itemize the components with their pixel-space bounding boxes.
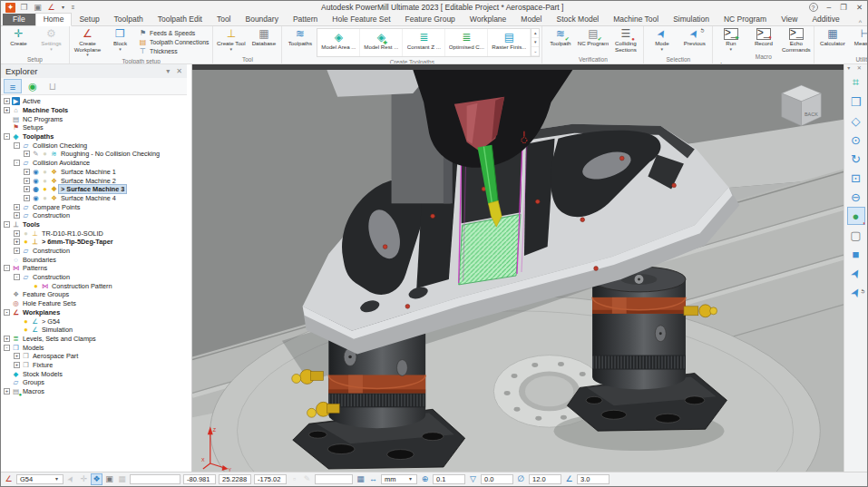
tab-tool[interactable]: Tool [210,14,239,25]
expand-icon[interactable]: + [14,204,20,210]
tab-toolpath[interactable]: Toolpath [107,14,151,25]
ribbon-button-echo-commands[interactable]: >_Echo Commands [780,27,812,53]
tab-simulation[interactable]: Simulation [666,14,717,25]
collapse-icon[interactable]: - [4,221,10,228]
app-logo[interactable]: ✦ [5,3,15,13]
tree-item-setups[interactable]: ⚑Setups [1,123,187,132]
ribbon-button-run[interactable]: >_▶Run▾ [715,27,746,53]
tab-view[interactable]: View [774,14,805,25]
collapse-icon[interactable]: - [4,309,10,316]
explorer-tab-web-icon[interactable]: ◉ [24,79,42,93]
expand-icon[interactable]: + [4,388,10,394]
ribbon-button-mode[interactable]: ➤Mode▾ [646,27,678,55]
tab-home[interactable]: Home [35,13,73,26]
ribbon-button-toolpaths[interactable]: ≋Toolpaths [284,27,316,58]
workplane-selector[interactable]: G54 ▾ [16,474,63,484]
tree-item-patterns[interactable]: -⋈Patterns [1,264,187,273]
coord-z-field[interactable]: -175.02 [254,474,287,484]
tree-item-nc-programs[interactable]: ▤NC Programs [1,114,187,123]
tree-item-fixture[interactable]: +❒Fixture [1,361,187,370]
save-icon[interactable]: ▣ [33,3,43,13]
tree-item-compare-points[interactable]: +▱Compare Points [1,202,187,211]
view-cube[interactable]: BACK [782,85,822,126]
dims-icon[interactable]: ↔ [368,474,378,484]
tree-item-surface-machine-2[interactable]: +◉●❖Surface Machine 2 [1,176,187,185]
collapse-icon[interactable]: - [14,274,20,280]
ribbon-button-measure[interactable]: ⊢Measure [849,27,867,55]
restore-button[interactable]: ❐ [840,3,847,12]
tree-item-levels-sets-and-clamps[interactable]: +≣Levels, Sets and Clamps [1,335,187,344]
collapse-icon[interactable]: - [4,133,10,140]
gallery-item-raster-finis[interactable]: ▤Raster Finis... [488,29,531,56]
expand-icon[interactable]: + [14,248,20,254]
tab-stock-model[interactable]: Stock Model [549,14,606,25]
explorer-tab-tree-view-icon[interactable]: ≡ [4,79,22,93]
help-button[interactable]: ? [809,3,818,12]
tab-toolpath-edit[interactable]: Toolpath Edit [151,14,210,25]
ribbon-button-create-tool[interactable]: ⊥Create Tool▾ [215,27,247,55]
gallery-up-icon[interactable]: ▴ [532,29,539,38]
tree-item-construction[interactable]: -▱Construction [1,273,187,282]
view-tool-zoom-out-icon[interactable]: ⊖ [847,188,865,206]
ribbon-button-toolpath-connections[interactable]: ▤Toolpath Connections [139,38,209,46]
viewport-3d[interactable]: BACK Z Y X [192,64,844,472]
snap-toggle-icon[interactable]: ❖ [92,474,102,484]
tab-boundary[interactable]: Boundary [239,14,286,25]
tree-item-feature-groups[interactable]: ❖Feature Groups [1,290,187,299]
gallery-down-icon[interactable]: ▾ [532,38,539,47]
pick-cursor-icon[interactable]: ➤ [64,472,78,486]
qat-overflow-icon[interactable]: ≡ [70,3,76,13]
gallery-item-constant-z[interactable]: ≣Constant Z ... [403,29,445,56]
expand-icon[interactable]: + [24,186,30,192]
tree-item-toolpaths[interactable]: -◈Toolpaths [1,132,187,141]
tree-item-groups[interactable]: ▱Groups [1,378,187,387]
view-tool-shaded-view-icon[interactable]: ●◗ [847,207,865,225]
close-button[interactable]: ✕ [856,3,863,12]
coord-x-field[interactable]: -80.981 [183,474,216,484]
view-tool-wireframe-view-icon[interactable]: ▢ [847,226,865,244]
tree-item-g54[interactable]: ●∠> G54 [1,317,187,326]
expand-icon[interactable]: + [14,212,20,219]
grid-icon[interactable]: ▦ [117,474,127,484]
view-tool-zoom-fit-icon[interactable]: ⊙ [847,131,865,149]
expand-icon[interactable]: + [24,169,30,175]
view-tool-zoom-window-icon[interactable]: ⊡ [847,169,865,187]
pick-point-icon[interactable]: ✛ [79,474,89,484]
tree-item-aerospace-part[interactable]: +❒Aerospace Part [1,352,187,361]
explorer-tab-trash-icon[interactable]: ⊔ [44,79,62,93]
tree-item-models[interactable]: -❒Models [1,343,187,352]
view-tool-block-toggle-icon[interactable]: ❒ [847,93,865,111]
tree-item-construction-pattern[interactable]: ●⋈Construction Pattern [1,281,187,290]
expand-icon[interactable]: + [4,336,10,342]
tree-item-collision-checking[interactable]: -▱Collision Checking [1,141,187,150]
tab-machine-tool[interactable]: Machine Tool [606,14,666,25]
expand-icon[interactable]: + [14,239,20,245]
tree-item-construction[interactable]: +▱Construction [1,247,187,256]
workplane-icon[interactable]: ∠ [46,3,56,13]
collapse-ribbon-icon[interactable]: ^ [859,19,862,25]
tree-item-surface-machine-1[interactable]: +◉●❖Surface Machine 1 [1,168,187,177]
units-selector[interactable]: mm ▾ [381,474,417,484]
tree-item-tools[interactable]: -⊥Tools [1,220,187,229]
tab-nc-program[interactable]: NC Program [717,14,774,25]
tab-workplane[interactable]: Workplane [463,14,513,25]
expand-icon[interactable]: + [14,362,20,368]
ribbon-button-create[interactable]: ✛Create [3,27,34,55]
expand-icon[interactable]: + [14,353,20,359]
tree-item-workplanes[interactable]: -∠Workplanes [1,308,187,317]
tree-item-stock-models[interactable]: ◆Stock Models [1,369,187,378]
expand-icon[interactable]: + [4,107,10,113]
open-icon[interactable]: ❐ [19,3,29,13]
tree-item-boundaries[interactable]: ◌Boundaries [1,255,187,264]
collapse-icon[interactable]: - [4,345,10,351]
expand-icon[interactable]: + [4,98,10,104]
gallery-item-optimised-c[interactable]: ≣Optimised C... [445,29,488,56]
caret-down-icon[interactable]: ▾ [60,3,66,13]
gallery-item-model-area[interactable]: ◈Model Area ... [317,29,360,56]
tree-item-construction[interactable]: +▱Construction [1,211,187,220]
tree-item-hole-feature-sets[interactable]: ◎Hole Feature Sets [1,299,187,308]
tab-pattern[interactable]: Pattern [286,14,325,25]
panel-close-icon[interactable]: ✕ [176,67,182,75]
tree-item-machine-tools[interactable]: +⌂Machine Tools [1,106,187,115]
tab-file[interactable]: File [3,14,35,25]
